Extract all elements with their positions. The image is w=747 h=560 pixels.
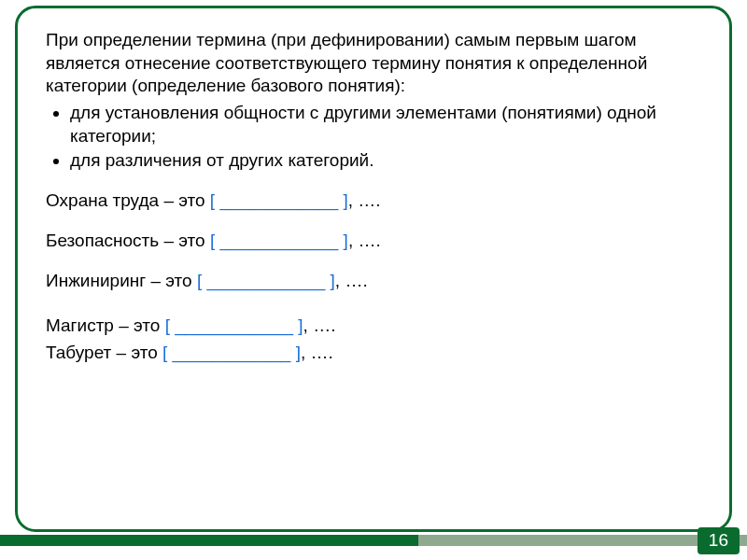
blank-placeholder: ____________ <box>202 271 330 290</box>
example-suffix: , …. <box>301 343 333 362</box>
progress-bar-fill <box>0 535 418 546</box>
list-item: для различения от других категорий. <box>70 149 701 173</box>
example-line: Магистр – это [ ____________ ], …. <box>46 315 382 338</box>
blank-placeholder: ____________ <box>170 315 298 335</box>
example-line: Охрана труда – это [ ____________ ], …. <box>46 189 701 213</box>
content-frame: При определении термина (при дефинирован… <box>15 6 732 532</box>
example-prefix: Магистр – это <box>46 315 165 335</box>
blank-placeholder: ____________ <box>215 190 343 210</box>
example-prefix: Безопасность – это <box>46 231 210 250</box>
list-item: для установления общности с другими элем… <box>70 102 701 147</box>
example-suffix: , …. <box>348 231 381 250</box>
intro-paragraph: При определении термина (при дефинирован… <box>46 29 701 98</box>
slide: При определении термина (при дефинирован… <box>0 0 747 560</box>
example-prefix: Охрана труда – это <box>46 190 210 210</box>
example-suffix: , …. <box>335 271 368 290</box>
example-line: Безопасность – это [ ____________ ], …. <box>46 230 701 253</box>
footer-progress-bar <box>0 535 747 546</box>
example-suffix: , …. <box>303 315 336 335</box>
blank-placeholder: ____________ <box>167 343 295 362</box>
example-line: Инжиниринг – это [ ____________ ], …. <box>46 270 701 293</box>
blank-placeholder: ____________ <box>215 231 343 250</box>
bullet-list: для установления общности с другими элем… <box>46 102 701 173</box>
example-suffix: , …. <box>348 190 381 210</box>
example-prefix: Табурет – это <box>46 343 162 362</box>
example-line: Табурет – это [ ____________ ], …. <box>46 342 382 365</box>
page-number-badge: 16 <box>698 527 740 554</box>
example-prefix: Инжиниринг – это <box>46 271 197 290</box>
